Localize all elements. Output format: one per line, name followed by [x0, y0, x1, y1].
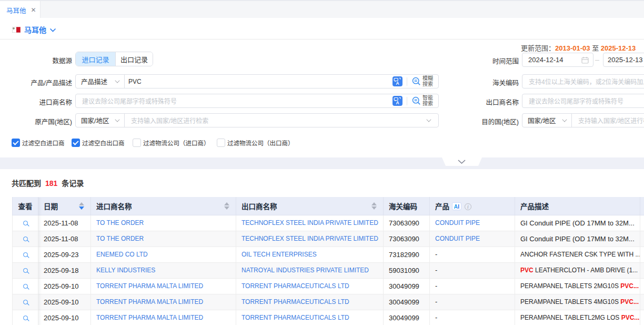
svg-text:A: A	[396, 81, 399, 86]
svg-text:A: A	[396, 100, 399, 105]
